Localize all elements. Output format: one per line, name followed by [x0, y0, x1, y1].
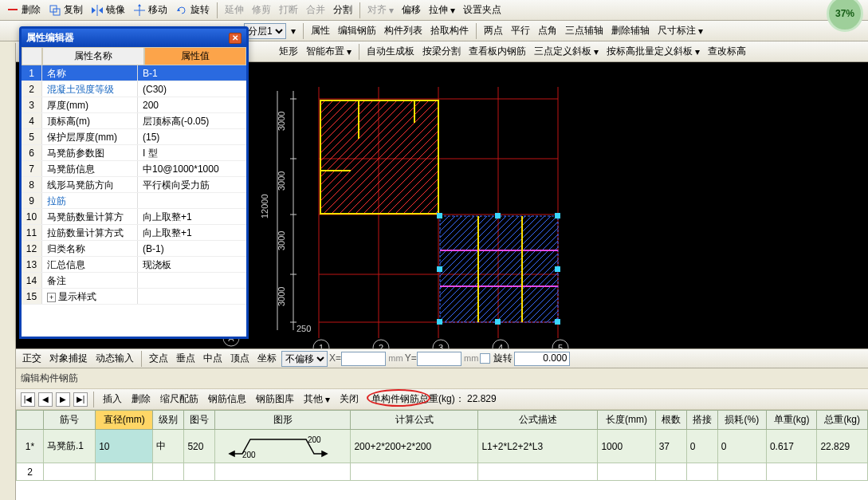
- rebar-table[interactable]: 筋号 直径(mm) 级别 图号 图形 计算公式 公式描述 长度(mm) 根数 搭…: [16, 410, 868, 500]
- extend-button[interactable]: 延伸: [222, 2, 247, 18]
- x-input[interactable]: [341, 352, 386, 366]
- table-row[interactable]: 2: [17, 463, 868, 481]
- merge-button[interactable]: 合并: [303, 2, 328, 18]
- peak-button[interactable]: 顶点: [227, 350, 253, 367]
- property-row[interactable]: 1名称B-1: [22, 65, 246, 81]
- offset-button[interactable]: 偏移: [399, 2, 424, 18]
- dim-3000-3: 3000: [277, 231, 286, 250]
- break-button[interactable]: 打断: [276, 2, 301, 18]
- axis-2: 2: [379, 343, 383, 348]
- svg-rect-31: [555, 266, 560, 272]
- osnap-button[interactable]: 对象捕捉: [46, 350, 91, 367]
- svg-marker-6: [138, 4, 141, 6]
- property-row[interactable]: 11拉筋数量计算方式向上取整+1: [22, 225, 246, 241]
- property-row[interactable]: 14备注: [22, 273, 246, 289]
- layer-select[interactable]: 分层1: [244, 23, 286, 39]
- align-button[interactable]: 对齐 ▾: [364, 2, 397, 18]
- complist-button[interactable]: 构件列表: [381, 22, 426, 39]
- info-button[interactable]: 钢筋信息: [205, 391, 249, 407]
- rotate-input[interactable]: 0.000: [514, 352, 570, 366]
- smart-button[interactable]: 智能布置 ▾: [303, 43, 355, 60]
- delete-button[interactable]: 删除: [3, 2, 44, 18]
- dyn-button[interactable]: 动态输入: [92, 350, 137, 367]
- rotate-check[interactable]: [480, 353, 490, 364]
- property-header: 属性名称 属性值: [22, 47, 246, 65]
- batchtilt-button[interactable]: 按标高批量定义斜板 ▾: [603, 43, 703, 60]
- property-row[interactable]: 10马凳筋数量计算方向上取整+1: [22, 209, 246, 225]
- property-row[interactable]: 7马凳筋信息中10@1000*1000: [22, 161, 246, 177]
- nav-prev[interactable]: ◀: [38, 392, 53, 407]
- rect-button[interactable]: 矩形: [276, 43, 301, 60]
- parallel-button[interactable]: 平行: [508, 22, 533, 39]
- svg-marker-5: [99, 7, 103, 14]
- tilt-button[interactable]: 三点定义斜板 ▾: [531, 43, 602, 60]
- edelete-button[interactable]: 删除: [128, 391, 154, 407]
- property-editor-title[interactable]: 属性编辑器 ✕: [22, 29, 246, 47]
- svg-rect-0: [8, 9, 18, 10]
- coord-button[interactable]: 坐标: [254, 350, 280, 367]
- lookin-button[interactable]: 查看板内钢筋: [465, 43, 529, 60]
- svg-rect-22: [440, 216, 558, 322]
- twopt-button[interactable]: 两点: [481, 22, 506, 39]
- nav-last[interactable]: ▶|: [73, 392, 88, 407]
- ortho-button[interactable]: 正交: [19, 350, 45, 367]
- snap-toolbar: 正交 对象捕捉 动态输入 交点 垂点 中点 顶点 坐标 不偏移 X= mm Y=…: [16, 348, 868, 368]
- property-row[interactable]: 12归类名称(B-1): [22, 241, 246, 257]
- property-row[interactable]: 8线形马凳筋方向平行横向受力筋: [22, 177, 246, 193]
- svg-rect-30: [437, 266, 442, 272]
- dim-250: 250: [297, 324, 311, 333]
- property-row[interactable]: 13汇总信息现浇板: [22, 257, 246, 273]
- threept-button[interactable]: 三点辅轴: [562, 22, 607, 39]
- pick-button[interactable]: 拾取构件: [427, 22, 472, 39]
- setpin-button[interactable]: 设置夹点: [460, 2, 505, 18]
- stretch-button[interactable]: 拉伸 ▾: [426, 2, 458, 18]
- property-row[interactable]: 15+显示样式: [22, 289, 246, 305]
- svg-rect-34: [555, 319, 560, 325]
- close-icon[interactable]: ✕: [229, 33, 242, 44]
- layer-opts[interactable]: ▾: [288, 24, 299, 38]
- lib-button[interactable]: 钢筋图库: [253, 391, 297, 407]
- split-button[interactable]: 分割: [330, 2, 355, 18]
- move-button[interactable]: 移动: [130, 2, 171, 18]
- property-row[interactable]: 6马凳筋参数图I 型: [22, 145, 246, 161]
- axis-4: 4: [498, 343, 503, 348]
- svg-rect-29: [555, 213, 560, 219]
- nav-first[interactable]: |◀: [21, 392, 35, 407]
- attr-button[interactable]: 属性: [308, 22, 333, 39]
- scale-button[interactable]: 缩尺配筋: [157, 391, 202, 407]
- editor-title: 编辑构件钢筋: [16, 368, 868, 388]
- insert-button[interactable]: 插入: [100, 391, 125, 407]
- property-row[interactable]: 9拉筋: [22, 193, 246, 209]
- nav-next[interactable]: ▶: [56, 392, 70, 407]
- perp-button[interactable]: 垂点: [173, 350, 198, 367]
- property-row[interactable]: 3厚度(mm)200: [22, 97, 246, 113]
- table-row[interactable]: 1*马凳筋.110中520200200200+2*200+2*200L1+2*L…: [17, 430, 868, 463]
- dim-3000-2: 3000: [277, 171, 286, 191]
- viewchg-button[interactable]: 查改标高: [705, 43, 749, 60]
- autogen-button[interactable]: 自动生成板: [363, 43, 418, 60]
- y-input[interactable]: [417, 352, 461, 366]
- mirror-button[interactable]: 镜像: [88, 2, 128, 18]
- copy-button[interactable]: 复制: [45, 2, 86, 18]
- other-button[interactable]: 其他 ▾: [300, 391, 333, 407]
- property-row[interactable]: 5保护层厚度(mm)(15): [22, 129, 246, 145]
- beamsplit-button[interactable]: 按梁分割: [419, 43, 464, 60]
- mid-button[interactable]: 中点: [200, 350, 226, 367]
- toolbar-edit: 删除 复制 镜像 移动 旋转 延伸 修剪 打断 合并 分割 对齐 ▾ 偏移 拉伸…: [0, 0, 868, 21]
- offset-select[interactable]: 不偏移: [281, 351, 328, 367]
- svg-text:200: 200: [242, 451, 256, 459]
- trim-button[interactable]: 修剪: [249, 2, 274, 18]
- svg-marker-48: [230, 451, 234, 456]
- property-row[interactable]: 2混凝土强度等级(C30): [22, 81, 246, 97]
- dimension-button[interactable]: 尺寸标注 ▾: [654, 22, 706, 39]
- inter-button[interactable]: 交点: [146, 350, 171, 367]
- rotate-button[interactable]: 旋转: [172, 2, 213, 18]
- property-grid[interactable]: 1名称B-12混凝土强度等级(C30)3厚度(mm)2004顶标高(m)层顶标高…: [22, 65, 246, 337]
- corner-button[interactable]: 点角: [535, 22, 560, 39]
- property-editor[interactable]: 属性编辑器 ✕ 属性名称 属性值 1名称B-12混凝土强度等级(C30)3厚度(…: [19, 26, 249, 339]
- editor-toolbar: |◀ ◀ ▶ ▶| 插入 删除 缩尺配筋 钢筋信息 钢筋图库 其他 ▾ 关闭 单…: [16, 388, 868, 410]
- close-button[interactable]: 关闭: [336, 391, 362, 407]
- property-row[interactable]: 4顶标高(m)层顶标高(-0.05): [22, 113, 246, 129]
- editbar-button[interactable]: 编辑钢筋: [335, 22, 379, 39]
- delaux-button[interactable]: 删除辅轴: [608, 22, 653, 39]
